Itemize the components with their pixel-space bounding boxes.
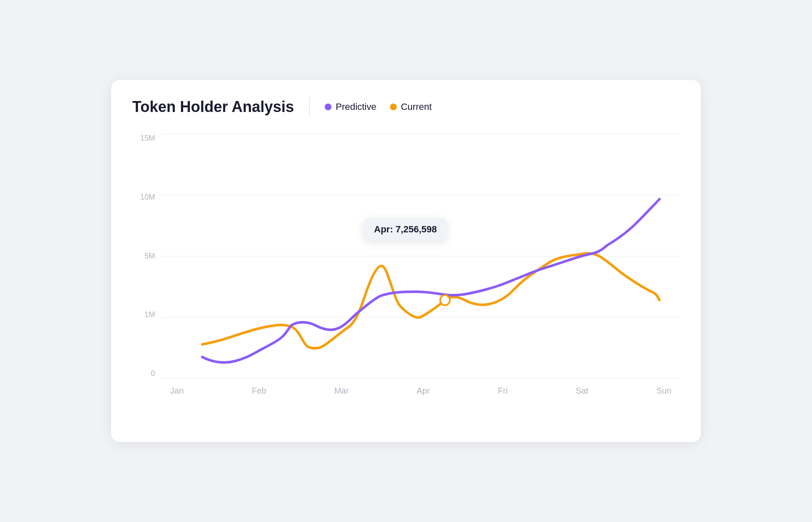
x-label-sat: Sat	[576, 386, 588, 396]
x-axis: Jan Feb Mar Apr Fri Sat Sun	[162, 378, 680, 403]
legend-item-current: Current	[390, 101, 432, 112]
legend-item-predictive: Predictive	[325, 101, 377, 112]
chart-inner: Apr: 7,256,598	[162, 134, 680, 378]
tooltip-dot	[440, 295, 450, 305]
predictive-dot	[325, 104, 331, 110]
header-divider	[309, 97, 310, 117]
x-label-mar: Mar	[334, 386, 349, 396]
chart-header: Token Holder Analysis Predictive Current	[132, 97, 680, 117]
predictive-line	[202, 199, 660, 362]
y-label-10m: 10M	[132, 193, 162, 202]
chart-card: Token Holder Analysis Predictive Current…	[111, 80, 701, 442]
chart-legend: Predictive Current	[325, 101, 432, 112]
current-line	[202, 253, 660, 348]
y-label-1m: 1M	[132, 310, 162, 319]
x-label-sun: Sun	[656, 386, 671, 396]
x-label-feb: Feb	[252, 386, 266, 396]
current-dot	[390, 104, 397, 110]
y-label-0: 0	[132, 369, 162, 378]
chart-svg	[162, 134, 680, 378]
chart-title: Token Holder Analysis	[132, 98, 294, 116]
y-axis: 15M 10M 5M 1M 0	[132, 134, 162, 378]
y-label-15m: 15M	[132, 134, 162, 143]
chart-area: 15M 10M 5M 1M 0	[132, 134, 680, 403]
y-label-5m: 5M	[132, 252, 162, 261]
predictive-label: Predictive	[336, 101, 377, 112]
x-label-apr: Apr	[417, 386, 430, 396]
current-label: Current	[401, 101, 432, 112]
x-label-fri: Fri	[498, 386, 508, 396]
x-label-jan: Jan	[170, 386, 184, 396]
